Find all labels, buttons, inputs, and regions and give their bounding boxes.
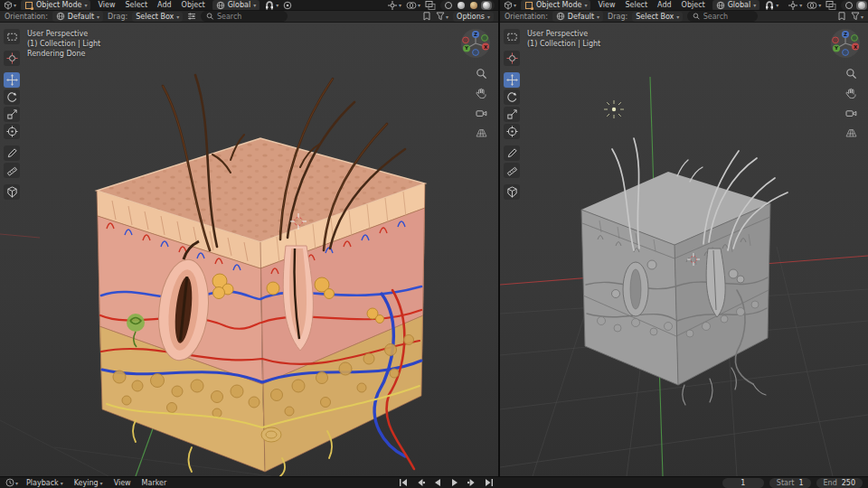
shading-solid-button[interactable] xyxy=(856,1,867,10)
transform-orientation-dropdown[interactable]: Global▾ xyxy=(712,0,760,11)
viewport-canvas-right[interactable]: User Perspective (1) Collection | Light … xyxy=(500,23,868,476)
toggle-perspective-button[interactable] xyxy=(845,127,857,139)
tool-transform[interactable] xyxy=(504,124,520,139)
menu-select[interactable]: Select xyxy=(622,1,650,9)
filter-button[interactable]: ▾ xyxy=(436,12,448,21)
toggle-perspective-button[interactable] xyxy=(476,127,487,139)
proportional-editing-toggle[interactable] xyxy=(283,1,292,10)
tool-select-box[interactable] xyxy=(504,29,520,44)
transform-orientation-dropdown[interactable]: Global▾ xyxy=(212,0,260,11)
tool-add-cube[interactable] xyxy=(4,184,20,200)
camera-view-button[interactable] xyxy=(845,108,857,119)
shading-wireframe-button[interactable] xyxy=(844,1,854,10)
tool-rotate[interactable] xyxy=(504,89,520,105)
play-reverse-button[interactable] xyxy=(430,478,445,487)
menu-add[interactable]: Add xyxy=(155,1,175,9)
navigation-gizmo[interactable]: Z X Y xyxy=(830,28,861,59)
frame-start-field[interactable]: Start1 xyxy=(769,478,811,488)
tool-3d-cursor[interactable] xyxy=(504,51,520,66)
menu-keying[interactable]: Keying▾ xyxy=(71,479,106,487)
shading-material-button[interactable] xyxy=(468,1,479,10)
camera-icon xyxy=(845,108,857,119)
shading-mode-switcher xyxy=(841,0,868,11)
tool-options-button[interactable] xyxy=(187,12,196,21)
jump-start-icon xyxy=(398,478,409,487)
drag-dropdown[interactable]: Select Box▾ xyxy=(632,12,683,22)
overlays-icon xyxy=(406,0,417,11)
viewport-right[interactable]: ▾ Object Mode▾ View Select Add Object Gl… xyxy=(500,0,868,476)
frame-end-field[interactable]: End250 xyxy=(816,478,863,488)
show-gizmos-toggle[interactable]: ▾ xyxy=(788,0,802,11)
editor-type-button[interactable]: ▾ xyxy=(504,1,516,10)
shading-rendered-button[interactable] xyxy=(481,1,492,10)
tool-3d-cursor[interactable] xyxy=(4,51,20,66)
bookmark-button[interactable] xyxy=(837,12,846,21)
tool-scale[interactable] xyxy=(4,107,20,122)
camera-icon xyxy=(476,108,487,119)
shading-solid-button[interactable] xyxy=(456,1,467,10)
options-dropdown[interactable]: Options▾ xyxy=(453,12,494,22)
search-input[interactable] xyxy=(217,13,282,21)
mode-dropdown[interactable]: Object Mode▾ xyxy=(521,0,590,11)
tool-measure[interactable] xyxy=(504,163,520,178)
skin-model-rendered xyxy=(0,23,498,476)
menu-object[interactable]: Object xyxy=(679,1,708,9)
show-gizmos-toggle[interactable]: ▾ xyxy=(387,0,401,11)
snap-toggle[interactable]: ▾ xyxy=(264,0,278,11)
menu-view[interactable]: View xyxy=(595,1,618,9)
next-keyframe-button[interactable] xyxy=(465,478,479,487)
menu-select[interactable]: Select xyxy=(122,1,150,9)
menu-view[interactable]: View xyxy=(95,1,118,9)
pan-button[interactable] xyxy=(476,88,487,99)
show-overlays-toggle[interactable]: ▾ xyxy=(406,0,420,11)
tool-move[interactable] xyxy=(4,72,20,88)
grid-perspective-icon xyxy=(476,127,487,139)
tool-scale[interactable] xyxy=(504,107,520,122)
zoom-button[interactable] xyxy=(845,68,857,80)
menu-playback[interactable]: Playback▾ xyxy=(24,479,66,487)
search-input[interactable] xyxy=(703,13,753,21)
xray-toggle[interactable] xyxy=(425,0,436,11)
zoom-icon xyxy=(476,68,487,80)
menu-object[interactable]: Object xyxy=(179,1,208,9)
timeline-editor-type-button[interactable]: ▾ xyxy=(5,478,18,487)
zoom-button[interactable] xyxy=(476,68,487,80)
previous-keyframe-button[interactable] xyxy=(413,478,428,487)
xray-icon xyxy=(425,0,436,11)
render-status-label: Rendering Done xyxy=(27,49,100,59)
jump-to-end-button[interactable] xyxy=(482,478,496,487)
tool-transform[interactable] xyxy=(4,124,20,139)
pan-button[interactable] xyxy=(845,88,857,99)
tool-measure[interactable] xyxy=(4,163,20,178)
xray-toggle[interactable] xyxy=(826,0,836,11)
tool-select-box[interactable] xyxy=(4,29,20,44)
orientation-dropdown[interactable]: Default▾ xyxy=(552,11,603,22)
mode-dropdown[interactable]: Object Mode▾ xyxy=(21,0,90,11)
viewport-canvas-left[interactable]: User Perspective (1) Collection | Light … xyxy=(0,23,498,476)
bookmark-button[interactable] xyxy=(422,12,431,21)
menu-timeline-view[interactable]: View xyxy=(111,479,134,487)
editor-type-button[interactable]: ▾ xyxy=(4,1,16,10)
gizmo-z-label: Z xyxy=(474,32,477,37)
tool-move[interactable] xyxy=(504,72,520,88)
navigation-gizmo[interactable]: Z X Y xyxy=(460,28,491,59)
orientation-dropdown[interactable]: Default▾ xyxy=(52,11,103,22)
menu-add[interactable]: Add xyxy=(655,1,675,9)
camera-view-button[interactable] xyxy=(476,108,487,119)
show-overlays-toggle[interactable]: ▾ xyxy=(807,0,821,11)
play-button[interactable] xyxy=(448,478,462,487)
tool-annotate[interactable] xyxy=(504,145,520,161)
filter-button[interactable]: ▾ xyxy=(851,12,863,21)
tool-add-cube[interactable] xyxy=(504,184,520,200)
snap-toggle[interactable]: ▾ xyxy=(764,0,778,11)
jump-to-start-button[interactable] xyxy=(396,478,410,487)
gizmos-icon xyxy=(788,0,798,11)
shading-wireframe-button[interactable] xyxy=(443,1,454,10)
viewport-left[interactable]: ▾ Object Mode▾ View Select Add Object Gl… xyxy=(0,0,500,476)
blender-window: ▾ Object Mode▾ View Select Add Object Gl… xyxy=(0,0,868,488)
menu-marker[interactable]: Marker xyxy=(139,479,170,487)
tool-rotate[interactable] xyxy=(4,89,20,105)
current-frame-field[interactable]: 1 xyxy=(722,478,764,488)
drag-dropdown[interactable]: Select Box▾ xyxy=(132,12,183,22)
tool-annotate[interactable] xyxy=(4,145,20,161)
